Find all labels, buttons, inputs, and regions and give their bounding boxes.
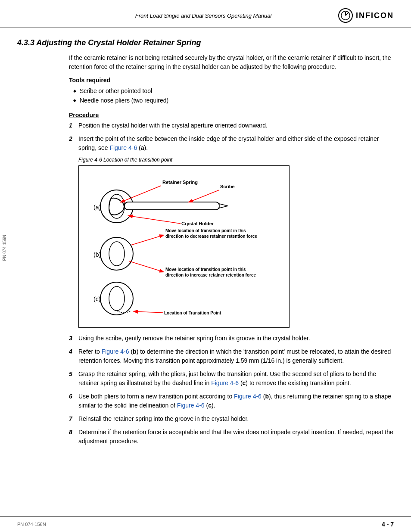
step-text-4: Refer to Figure 4-6 (b) to determine the…	[78, 347, 394, 365]
footer: PN 074-156N 4 - 7	[0, 516, 411, 532]
step-1: 1 Position the crystal holder with the c…	[69, 121, 394, 130]
list-item: Scribe or other pointed tool	[73, 86, 394, 96]
figure-link-4b[interactable]: Figure 4-6	[102, 348, 129, 355]
svg-text:Location of Transition Point: Location of Transition Point	[164, 311, 221, 315]
svg-rect-7	[125, 202, 219, 210]
header-title: Front Load Single and Dual Sensors Opera…	[69, 12, 338, 19]
logo-area: INFICON	[338, 8, 394, 23]
procedure-label: Procedure	[69, 112, 394, 118]
figure-link-6c[interactable]: Figure 4-6	[177, 402, 205, 409]
svg-text:direction to increase retainer: direction to increase retainer retention…	[165, 273, 256, 277]
svg-text:Scribe: Scribe	[220, 184, 235, 189]
figure-link-2a[interactable]: Figure 4-6	[109, 144, 137, 151]
side-label: PN 074-156N	[2, 235, 7, 261]
figure-caption: Figure 4-6 Location of the transition po…	[78, 157, 394, 163]
step-7: 7 Reinstall the retainer spring into the…	[69, 414, 394, 423]
svg-line-13	[129, 216, 181, 224]
svg-line-27	[134, 311, 163, 313]
step-text-1: Position the crystal holder with the cry…	[78, 121, 394, 130]
svg-point-26	[109, 286, 125, 311]
svg-text:(b): (b)	[93, 251, 101, 258]
step-4: 4 Refer to Figure 4-6 (b) to determine t…	[69, 347, 394, 365]
step-num-8: 8	[69, 428, 78, 437]
step-num-2: 2	[69, 134, 78, 143]
svg-line-2	[346, 12, 349, 16]
header: Front Load Single and Dual Sensors Opera…	[0, 0, 411, 28]
main-body: If the ceramic retainer is not being ret…	[69, 53, 394, 446]
step-num-4: 4	[69, 347, 78, 356]
figure-block: Figure 4-6 Location of the transition po…	[78, 157, 394, 328]
svg-point-16	[100, 237, 133, 270]
step-text-3: Using the scribe, gently remove the reta…	[78, 334, 394, 343]
tools-list: Scribe or other pointed tool Needle nose…	[69, 86, 394, 106]
intro-text: If the ceramic retainer is not being ret…	[69, 53, 394, 72]
figure-svg: (a)	[86, 173, 284, 319]
section-heading: 4.3.3 Adjusting the Crystal Holder Retai…	[17, 38, 394, 47]
step-5: 5 Grasp the retainer spring, with the pl…	[69, 370, 394, 388]
svg-text:direction to decrease retainer: direction to decrease retainer retention…	[165, 234, 257, 239]
step-text-5: Grasp the retainer spring, with the plie…	[78, 370, 394, 388]
step-2: 2 Insert the point of the scribe between…	[69, 134, 394, 152]
footer-pn: PN 074-156N	[17, 522, 46, 527]
step-text-2: Insert the point of the scribe between t…	[78, 134, 394, 152]
svg-text:Move location of transition po: Move location of transition point in thi…	[165, 267, 246, 272]
step-8: 8 Determine if the retention force is ac…	[69, 428, 394, 446]
step-num-7: 7	[69, 414, 78, 423]
step-num-5: 5	[69, 370, 78, 379]
step-3: 3 Using the scribe, gently remove the re…	[69, 334, 394, 343]
step-num-1: 1	[69, 121, 78, 130]
page: PN 074-156N Front Load Single and Dual S…	[0, 0, 411, 532]
inficon-logo-icon	[338, 8, 353, 23]
svg-line-19	[129, 261, 163, 272]
footer-page: 4 - 7	[382, 521, 394, 528]
steps-list: 1 Position the crystal holder with the c…	[69, 121, 394, 446]
figure-link-6b[interactable]: Figure 4-6	[234, 393, 262, 400]
step-text-6: Use both pliers to form a new transition…	[78, 392, 394, 410]
figure-container: (a)	[78, 165, 290, 328]
svg-marker-8	[219, 204, 228, 208]
list-item: Needle nose pliers (two required)	[73, 96, 394, 105]
figure-link-5c[interactable]: Figure 4-6	[211, 380, 239, 386]
content: 4.3.3 Adjusting the Crystal Holder Retai…	[0, 28, 411, 467]
tools-required-label: Tools required	[69, 77, 394, 84]
svg-text:(a): (a)	[93, 204, 101, 211]
step-6: 6 Use both pliers to form a new transiti…	[69, 392, 394, 410]
logo-text: INFICON	[356, 11, 394, 20]
svg-line-18	[131, 235, 163, 245]
step-num-3: 3	[69, 334, 78, 343]
step-text-8: Determine if the retention force is acce…	[78, 428, 394, 446]
step-text-7: Reinstall the retainer spring into the g…	[78, 414, 394, 423]
svg-line-11	[189, 190, 219, 202]
svg-text:Move location of transition po: Move location of transition point in thi…	[165, 228, 246, 233]
svg-text:Crystal Holder: Crystal Holder	[181, 221, 214, 226]
svg-point-25	[100, 282, 133, 315]
step-num-6: 6	[69, 392, 78, 401]
svg-text:(c): (c)	[93, 296, 100, 302]
svg-text:Retainer Spring: Retainer Spring	[162, 180, 198, 185]
svg-point-17	[109, 242, 125, 266]
